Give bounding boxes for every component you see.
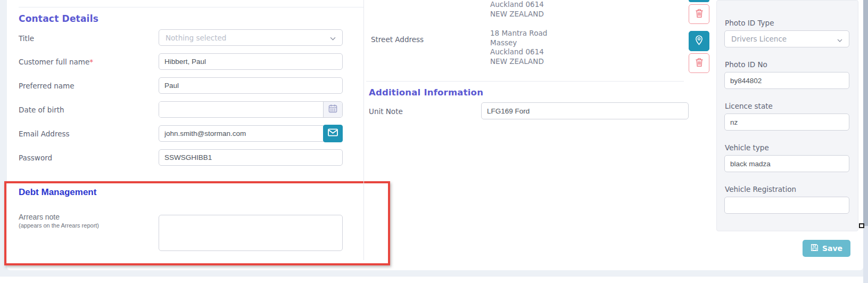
delete-address-button[interactable] bbox=[689, 4, 709, 24]
envelope-icon bbox=[328, 128, 338, 139]
arrears-note-textarea[interactable] bbox=[159, 215, 343, 251]
scrollbar-thumb[interactable] bbox=[863, 0, 868, 226]
calendar-button[interactable] bbox=[323, 102, 342, 117]
vehicle-type-input[interactable] bbox=[724, 155, 849, 172]
photo-id-no-label: Photo ID No bbox=[725, 60, 767, 69]
page-bottom-area bbox=[0, 277, 863, 283]
vehicle-type-label: Vehicle type bbox=[725, 143, 769, 152]
resize-handle-mark bbox=[859, 223, 864, 228]
save-button-label: Save bbox=[822, 244, 842, 253]
password-label: Password bbox=[19, 153, 52, 162]
location-pin-icon bbox=[695, 35, 703, 47]
photo-id-type-label: Photo ID Type bbox=[725, 19, 774, 27]
delete-street-address-button[interactable] bbox=[689, 53, 709, 73]
top-divider bbox=[19, 7, 363, 7]
unit-note-label: Unit Note bbox=[369, 107, 403, 116]
email-input[interactable] bbox=[159, 125, 324, 142]
preferred-name-input[interactable] bbox=[159, 77, 343, 94]
calendar-icon bbox=[328, 104, 337, 115]
chevron-down-icon bbox=[837, 34, 842, 44]
unit-note-input[interactable] bbox=[481, 102, 689, 119]
vehicle-registration-label: Vehicle Registration bbox=[725, 185, 796, 193]
section-divider bbox=[366, 81, 684, 82]
contact-details-heading: Contact Details bbox=[19, 13, 98, 24]
password-input[interactable] bbox=[159, 149, 343, 166]
save-button[interactable]: Save bbox=[803, 240, 850, 257]
dob-label: Date of birth bbox=[19, 106, 64, 114]
map-pin-button[interactable] bbox=[689, 31, 709, 51]
map-pin-button-partial[interactable] bbox=[689, 0, 709, 2]
street-address-label: Street Address bbox=[371, 35, 424, 44]
required-asterisk: * bbox=[89, 58, 93, 66]
street-address-block: 18 Mantra Road Massey Auckland 0614 NEW … bbox=[490, 29, 547, 66]
preferred-name-label: Preferred name bbox=[19, 82, 75, 90]
full-name-label: Customer full name* bbox=[19, 58, 93, 66]
licence-state-label: Licence state bbox=[725, 102, 773, 110]
title-select[interactable]: Nothing selected bbox=[159, 29, 343, 46]
photo-id-no-input[interactable] bbox=[724, 72, 849, 89]
vehicle-registration-input[interactable] bbox=[724, 197, 849, 214]
previous-address-block: Auckland 0614 NEW ZEALAND bbox=[490, 0, 544, 19]
email-label: Email Address bbox=[19, 130, 70, 138]
debt-management-heading: Debt Management bbox=[19, 187, 96, 198]
photo-id-type-select[interactable]: Drivers Licence bbox=[724, 30, 849, 47]
photo-id-type-value: Drivers Licence bbox=[731, 35, 787, 43]
licence-state-input[interactable] bbox=[724, 114, 849, 131]
dob-input[interactable] bbox=[159, 102, 323, 117]
page-background: Contact Details Title Nothing selected C… bbox=[0, 0, 868, 283]
trash-icon bbox=[695, 58, 704, 69]
dob-input-group bbox=[159, 101, 343, 118]
title-label: Title bbox=[19, 34, 34, 43]
chevron-down-icon bbox=[330, 33, 336, 43]
title-select-placeholder: Nothing selected bbox=[166, 34, 226, 42]
send-email-button[interactable] bbox=[323, 125, 343, 142]
additional-information-heading: Additional Information bbox=[369, 87, 483, 98]
arrears-note-sublabel: (appears on the Arrears report) bbox=[19, 222, 99, 229]
column-divider bbox=[363, 0, 364, 260]
arrears-note-label: Arrears note bbox=[19, 213, 60, 221]
save-icon bbox=[811, 244, 819, 253]
trash-icon bbox=[695, 9, 704, 20]
full-name-input[interactable] bbox=[159, 53, 343, 70]
